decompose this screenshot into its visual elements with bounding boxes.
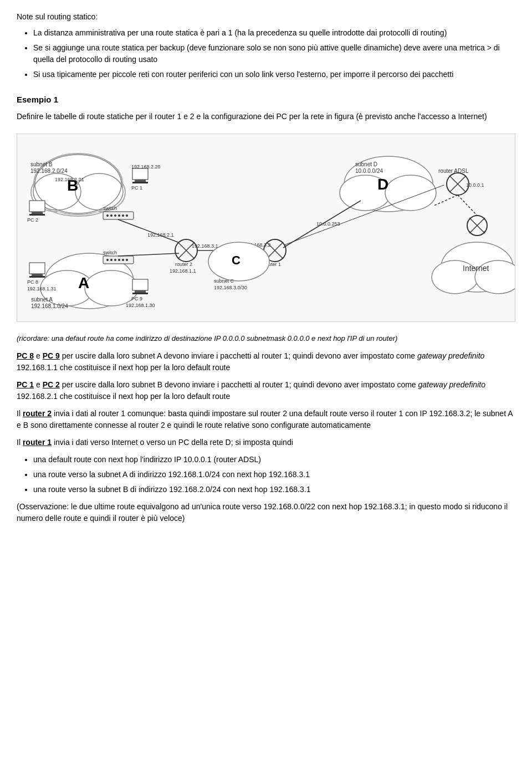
svg-rect-19 (132, 168, 148, 180)
gateway-italic-1: gateway predefinito (417, 351, 484, 360)
svg-text:192.168.2.1: 192.168.2.1 (147, 232, 174, 238)
text-router1-1: invia i dati verso Internet o verso un P… (54, 438, 293, 447)
svg-text:PC 8: PC 8 (27, 279, 38, 285)
svg-rect-58 (29, 276, 45, 278)
svg-text:10.0.0.253: 10.0.0.253 (316, 221, 340, 227)
svg-rect-21 (132, 182, 148, 183)
pc9-label: PC 9 (43, 351, 60, 360)
router1-bullet-1: una default route con next hop l'indiriz… (33, 454, 515, 466)
notes-title: Note sul routing statico: (17, 11, 515, 23)
svg-rect-63 (132, 293, 148, 294)
svg-text:192.168.1.31: 192.168.1.31 (27, 286, 57, 291)
paragraph-router1: Il router 1 invia i dati verso Internet … (17, 437, 515, 448)
text-and-2: e (36, 380, 43, 389)
osservazione: (Osservazione: le due ultime route equiv… (17, 501, 515, 524)
svg-text:D: D (377, 176, 388, 193)
router1-label: router 1 (23, 438, 52, 447)
svg-point-26 (106, 214, 109, 217)
svg-text:C: C (232, 253, 241, 267)
svg-text:192.168.2.20: 192.168.2.20 (131, 164, 161, 170)
svg-point-73 (126, 259, 128, 261)
svg-rect-20 (135, 180, 146, 182)
svg-text:192.168.1.1: 192.168.1.1 (170, 268, 196, 274)
text-pc89-1: per uscire dalla loro subnet A devono in… (62, 351, 417, 360)
svg-text:switch: switch (103, 206, 117, 211)
svg-rect-15 (29, 201, 45, 212)
svg-text:subnet D: subnet D (355, 161, 377, 167)
svg-line-74 (118, 253, 179, 256)
router1-bullet-3: una route verso la subnet B di indirizzo… (33, 484, 515, 495)
svg-rect-57 (32, 274, 43, 276)
svg-text:192.168.3.0/30: 192.168.3.0/30 (214, 285, 247, 290)
svg-line-32 (118, 219, 178, 242)
svg-point-29 (118, 214, 120, 217)
svg-point-68 (106, 259, 109, 261)
svg-text:subnet B: subnet B (30, 161, 53, 167)
esempio-desc: Definire le tabelle di route statiche pe… (17, 111, 515, 122)
svg-line-94 (458, 195, 477, 216)
svg-rect-16 (32, 212, 43, 214)
esempio-title: Esempio 1 (17, 94, 515, 106)
network-diagram: subnet B 192.168.2.0/24 B 192.168.2.21 P… (17, 134, 515, 322)
text-pc12-1: per uscire dalla loro subnet B devono in… (62, 380, 418, 389)
router1-bullets: una default route con next hop l'indiriz… (33, 454, 515, 495)
svg-text:router ADSL: router ADSL (438, 168, 469, 174)
notes-list: La distanza amministrativa per una route… (33, 27, 515, 80)
text-router2-1: invia i dati al router 1 comunque: basta… (17, 409, 513, 429)
text-and-1: e (36, 351, 43, 360)
svg-rect-17 (29, 214, 45, 216)
ricordare-note: (ricordare: una defaut route ha come ind… (17, 333, 515, 344)
bullet-2: Se si aggiunge una route statica per bac… (33, 42, 515, 65)
svg-point-72 (122, 259, 124, 261)
svg-point-69 (110, 259, 112, 261)
paragraph-router2: Il router 2 invia i dati al router 1 com… (17, 408, 515, 431)
gateway-italic-2: gateway predefinito (418, 380, 485, 389)
pc8-label: PC 8 (17, 351, 34, 360)
svg-text:192.168.1.0/24: 192.168.1.0/24 (31, 303, 68, 309)
svg-text:192.168.2.21: 192.168.2.21 (55, 177, 84, 182)
router1-bullet-2: una route verso la subnet A di indirizzo… (33, 469, 515, 480)
svg-text:192.168.3.1: 192.168.3.1 (192, 243, 218, 249)
svg-point-52 (85, 270, 138, 306)
svg-text:10.0.0.0/24: 10.0.0.0/24 (355, 168, 383, 174)
pc2-label: PC 2 (43, 380, 60, 389)
svg-text:10.0.0.1: 10.0.0.1 (466, 182, 484, 188)
svg-text:Internet: Internet (463, 264, 489, 273)
svg-line-93 (433, 195, 458, 206)
svg-text:192.168.2.0/24: 192.168.2.0/24 (30, 168, 68, 174)
svg-point-31 (126, 214, 128, 217)
svg-text:PC 1: PC 1 (131, 185, 142, 191)
paragraph-pc8-pc9: PC 8 e PC 9 per uscire dalla loro subnet… (17, 350, 515, 374)
svg-text:router 2: router 2 (175, 262, 192, 267)
text-pc89-2: 192.168.1.1 che costituisce il next hop … (17, 363, 230, 372)
svg-text:PC 2: PC 2 (27, 217, 38, 223)
svg-rect-56 (29, 263, 45, 274)
svg-point-77 (385, 175, 436, 211)
svg-point-28 (114, 214, 116, 217)
diagram-svg: subnet B 192.168.2.0/24 B 192.168.2.21 P… (23, 140, 515, 317)
svg-point-30 (122, 214, 124, 217)
svg-point-27 (110, 214, 112, 217)
text-pc12-2: 192.168.2.1 che costituisce il next hop … (17, 392, 230, 401)
svg-rect-62 (135, 290, 146, 293)
svg-text:192.168.1.30: 192.168.1.30 (126, 303, 155, 308)
svg-point-71 (118, 259, 120, 261)
svg-text:switch: switch (103, 250, 117, 255)
svg-text:PC 9: PC 9 (131, 296, 142, 301)
pc1-label: PC 1 (17, 380, 34, 389)
svg-point-70 (114, 259, 116, 261)
svg-text:subnet C: subnet C (214, 278, 234, 284)
paragraph-pc1-pc2: PC 1 e PC 2 per uscire dalla loro subnet… (17, 379, 515, 402)
text-il-1: Il (17, 409, 23, 418)
bullet-1: La distanza amministrativa per una route… (33, 27, 515, 39)
router2-label: router 2 (23, 409, 52, 418)
svg-text:A: A (78, 274, 89, 291)
svg-text:subnet A: subnet A (31, 296, 53, 303)
bullet-3: Si usa tipicamente per piccole reti con … (33, 69, 515, 80)
text-il-2: Il (17, 438, 23, 447)
svg-rect-61 (132, 279, 148, 290)
